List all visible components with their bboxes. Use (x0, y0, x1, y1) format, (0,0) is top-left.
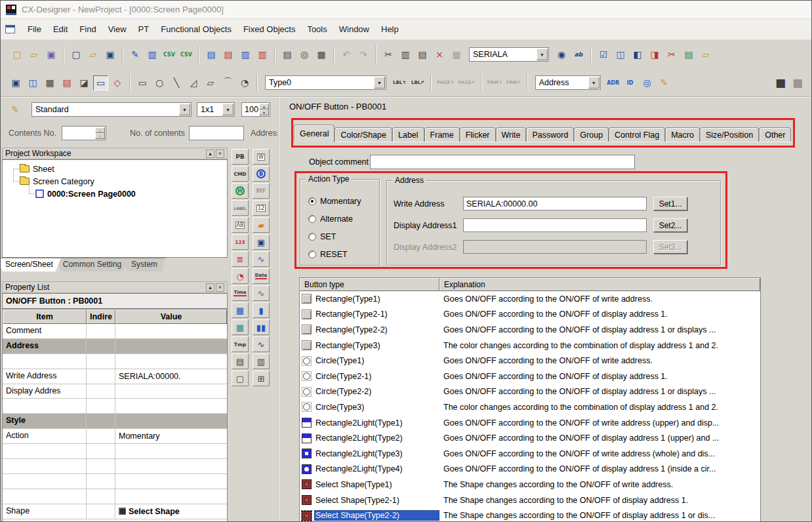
window-edit-icon[interactable]: ✎ (657, 75, 672, 90)
column-header-button-type[interactable]: Button type (300, 278, 439, 291)
palette-level-meter[interactable]: ≣ (232, 251, 249, 267)
screen-properties-icon[interactable]: ▣ (8, 75, 24, 90)
tree-item-screen-category[interactable]: Screen Category (3, 175, 227, 188)
palette-alarm-display[interactable]: ▤ (232, 353, 249, 369)
menu-window[interactable]: Window (333, 22, 375, 37)
document-icon[interactable]: ▤ (279, 47, 295, 62)
option-check-icon[interactable]: ☑ (596, 47, 611, 62)
menu-help[interactable]: Help (375, 22, 405, 37)
button-type-row[interactable]: Rectangle(Type3) The color changes accor… (300, 338, 760, 353)
polyline-tool-icon[interactable]: ◿ (186, 75, 201, 90)
export-objects-icon[interactable]: ▥ (254, 47, 270, 62)
property-row[interactable]: Comment (3, 324, 227, 339)
property-row[interactable] (3, 399, 227, 414)
sheet-icon[interactable]: ▤ (59, 75, 75, 90)
palette-string-display[interactable]: AB (232, 217, 249, 233)
page-switch-left-icon[interactable]: PAGE↰ (436, 75, 455, 90)
print-icon[interactable]: ▦ (314, 47, 329, 62)
property-row[interactable]: Style (3, 414, 227, 429)
find-replace-icon[interactable]: ab (571, 47, 586, 62)
window-cascade-icon[interactable]: ◧ (630, 47, 645, 62)
radio-alternate[interactable]: Alternate (308, 214, 379, 224)
line-tool-icon[interactable]: ╲ (169, 75, 184, 90)
set3-button[interactable]: Set3... (653, 240, 687, 254)
tab-flicker[interactable]: Flicker (460, 127, 496, 142)
report-icon[interactable]: ▤ (681, 47, 697, 62)
button-type-row[interactable]: Rectangle2Light(Type3) Goes ON/OFF accor… (300, 446, 760, 462)
column-header-explanation[interactable]: Explanation (439, 278, 760, 291)
spin-down-icon[interactable]: ▼ (259, 110, 269, 115)
property-row[interactable]: Display Addres (3, 384, 227, 399)
palette-bit-lamp[interactable]: B (253, 166, 270, 182)
paste-from-sheet-icon[interactable]: ▤ (220, 47, 236, 62)
palette-temporary-input[interactable]: Tmp (232, 336, 249, 352)
button-type-row[interactable]: Rectangle(Type2-2) Goes ON/OFF according… (300, 322, 760, 338)
close-icon[interactable]: × (216, 150, 224, 158)
button-type-row[interactable]: Circle(Type2-1) Goes ON/OFF according to… (300, 369, 760, 384)
cross-reference-icon[interactable]: ▦ (449, 47, 464, 62)
zoom-spinner[interactable]: 100 ▲▼ (241, 102, 270, 117)
type-combo[interactable]: Type0 ▼ (265, 75, 386, 90)
cut-icon[interactable]: ✂ (380, 47, 396, 62)
tab-group[interactable]: Group (574, 127, 609, 142)
palette-word-lamp[interactable]: W (232, 183, 249, 199)
property-row[interactable] (3, 444, 227, 459)
palette-bar-graph[interactable]: ▮ (253, 302, 270, 318)
show-address-icon[interactable]: ADR (605, 75, 621, 90)
write-address-input[interactable] (463, 197, 647, 211)
rectangle-tool-icon[interactable]: ▭ (134, 75, 150, 90)
menu-view[interactable]: View (102, 22, 132, 37)
property-row[interactable] (3, 489, 227, 504)
duplicate-screen-icon[interactable]: ▥ (144, 47, 160, 62)
show-id-icon[interactable]: ID (622, 75, 638, 90)
property-row[interactable] (3, 354, 227, 369)
property-row[interactable] (3, 474, 227, 489)
menu-functional-objects[interactable]: Functional Objects (155, 22, 237, 37)
tab-size-position[interactable]: Size/Position (700, 127, 759, 142)
button-type-row[interactable]: Select Shape(Type1) The Shape changes ac… (300, 477, 760, 492)
property-row[interactable] (3, 459, 227, 474)
palette-alarm-history[interactable]: ▥ (253, 353, 270, 369)
palette-time[interactable]: Time (232, 285, 249, 301)
menu-tools[interactable]: Tools (301, 22, 333, 37)
button-type-row[interactable]: Select Shape(Type2-2) The Shape changes … (300, 508, 760, 522)
delete-icon[interactable]: × (432, 47, 447, 62)
arc-tool-icon[interactable]: ⌒ (220, 75, 235, 90)
display-address1-input[interactable] (463, 218, 647, 232)
column-header-indirect[interactable]: Indire (87, 310, 115, 324)
button-type-row[interactable]: Circle(Type3) The color changes accordin… (300, 399, 760, 415)
palette-analog-meter[interactable]: ◔ (232, 268, 249, 284)
label-switch-left-icon[interactable]: LBL↰ (391, 75, 408, 90)
sector-tool-icon[interactable]: ◔ (237, 75, 253, 90)
ellipse-tool-icon[interactable]: ○ (152, 75, 167, 90)
tab-control-flag[interactable]: Control Flag (609, 127, 665, 142)
tab-general[interactable]: General (294, 125, 335, 142)
grid-icon[interactable]: ▦ (42, 75, 58, 90)
no-of-contents-field[interactable] (189, 126, 244, 140)
object-comment-input[interactable] (370, 155, 635, 169)
tab-macro[interactable]: Macro (665, 127, 700, 142)
palette-table-object[interactable]: ⊞ (253, 371, 270, 386)
workspace-tab-common-setting[interactable]: Common Setting (55, 258, 129, 271)
column-header-value[interactable]: Value (115, 310, 227, 324)
palette-data-log-graph[interactable]: ▦ (232, 302, 249, 318)
property-row[interactable]: Shape Select Shape (3, 504, 227, 519)
radio-reset[interactable]: RESET (308, 250, 379, 259)
palette-onoff-button[interactable]: PB (232, 149, 249, 165)
palette-level-indicator[interactable]: ▮▮ (253, 319, 270, 335)
page-switch-right-icon[interactable]: PAGE↱ (457, 75, 476, 90)
frame-icon[interactable]: ◇ (110, 75, 125, 90)
button-type-row[interactable]: Rectangle(Type2-1) Goes ON/OFF according… (300, 307, 760, 323)
open-project-icon[interactable]: ▱ (26, 47, 42, 62)
tree-item-sheet[interactable]: Sheet (3, 163, 227, 175)
palette-waveform[interactable]: ∿ (253, 336, 270, 352)
print-preview-icon[interactable]: ◎ (296, 47, 312, 62)
palette-data-block-table[interactable]: ▦ (232, 319, 249, 335)
workspace-tab-system[interactable]: System (123, 258, 165, 271)
set1-button[interactable]: Set1... (653, 197, 687, 211)
mark-icon[interactable]: ◪ (76, 75, 92, 90)
contents-no-spinner[interactable]: ▲▼ (62, 126, 106, 140)
spin-up-icon[interactable]: ▲ (259, 104, 269, 110)
button-type-row[interactable]: Rectangle2Light(Type1) Goes ON/OFF accor… (300, 415, 760, 431)
radio-set[interactable]: SET (308, 232, 379, 241)
